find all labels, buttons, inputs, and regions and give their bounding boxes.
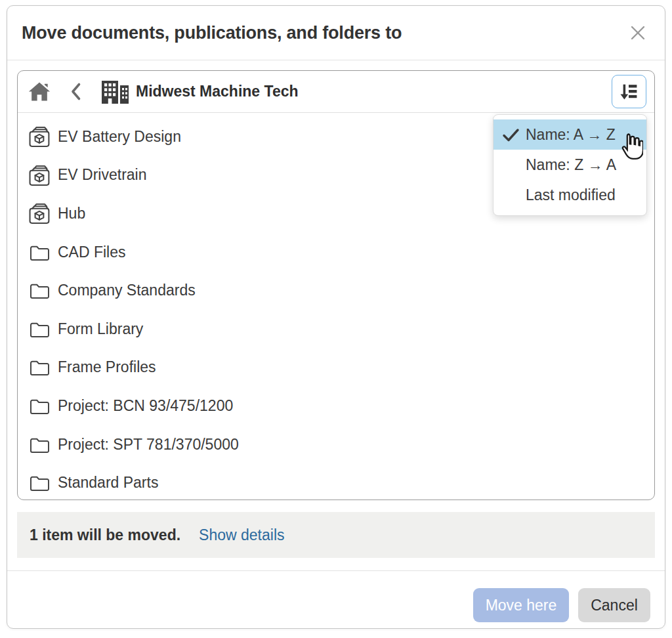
show-details-link[interactable]: Show details <box>199 526 284 544</box>
list-item-label: Project: SPT 781/370/5000 <box>58 436 239 454</box>
document-icon <box>28 125 52 148</box>
folder-icon <box>28 474 52 492</box>
building-icon <box>101 80 129 104</box>
browser-header: Midwest Machine Tech <box>18 71 654 113</box>
folder-icon <box>28 358 52 376</box>
dialog-header: Move documents, publications, and folder… <box>7 6 665 60</box>
folder-icon <box>28 397 52 415</box>
move-count-message: 1 item will be moved. <box>30 526 180 544</box>
sort-option[interactable]: Name: A → Z <box>494 119 646 150</box>
list-item-label: Standard Parts <box>58 474 158 492</box>
list-item-label: EV Drivetrain <box>58 166 146 184</box>
back-button[interactable] <box>70 82 81 101</box>
list-item-label: EV Battery Design <box>58 128 181 146</box>
current-location-label: Midwest Machine Tech <box>136 83 299 100</box>
sort-option-label: Last modified <box>526 186 616 204</box>
folder-icon <box>28 436 52 454</box>
check-icon <box>502 127 520 142</box>
list-item[interactable]: Form Library <box>28 310 654 349</box>
folder-icon <box>28 244 52 261</box>
folder-icon <box>28 282 52 299</box>
list-item[interactable]: Frame Profiles <box>28 349 654 387</box>
list-item-label: Project: BCN 93/475/1200 <box>58 397 233 415</box>
list-item[interactable]: Project: SPT 781/370/5000 <box>28 425 654 464</box>
cancel-button[interactable]: Cancel <box>578 588 650 622</box>
sort-option[interactable]: Last modified <box>494 180 646 210</box>
status-bar: 1 item will be moved. Show details <box>17 512 655 558</box>
list-item[interactable]: CAD Files <box>28 233 654 272</box>
sort-option-label: Name: Z → A <box>526 156 616 174</box>
sort-option[interactable]: Name: Z → A <box>494 150 646 180</box>
sort-icon <box>619 81 639 102</box>
home-button[interactable] <box>28 81 51 102</box>
list-item-label: Form Library <box>58 320 143 338</box>
move-here-button[interactable]: Move here <box>473 588 569 622</box>
list-item[interactable]: Standard Parts <box>28 463 654 502</box>
list-item-label: Hub <box>58 205 85 223</box>
list-item[interactable]: Project: BCN 93/475/1200 <box>28 387 654 425</box>
move-dialog: Move documents, publications, and folder… <box>7 5 665 629</box>
sort-button[interactable] <box>612 75 646 108</box>
list-item-label: Frame Profiles <box>58 358 156 376</box>
document-icon <box>28 164 52 186</box>
dialog-footer: Move here Cancel <box>7 571 665 622</box>
close-icon[interactable] <box>627 22 649 44</box>
home-icon <box>28 81 51 102</box>
dialog-title: Move documents, publications, and folder… <box>22 23 402 43</box>
chevron-left-icon <box>70 82 81 101</box>
folder-browser: Midwest Machine Tech EV Battery Design <box>17 70 655 500</box>
sort-menu: Name: A → ZName: Z → ALast modified <box>493 114 647 216</box>
document-icon <box>28 202 52 224</box>
list-item-label: Company Standards <box>58 282 196 299</box>
list-item[interactable]: Company Standards <box>28 271 654 310</box>
list-item-label: CAD Files <box>58 244 126 261</box>
folder-icon <box>28 320 52 338</box>
sort-option-label: Name: A → Z <box>526 126 616 144</box>
